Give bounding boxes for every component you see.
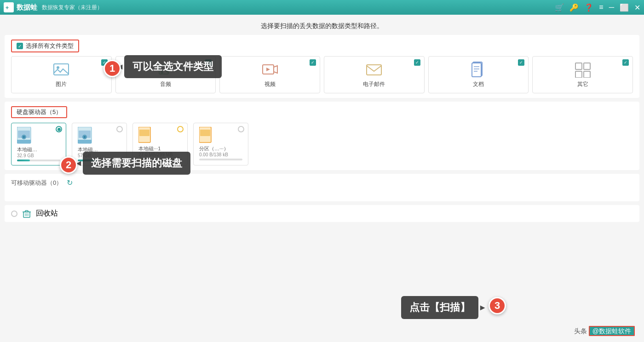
recycle-radio[interactable] — [11, 211, 17, 217]
disk1-fill — [17, 160, 30, 161]
select-all-label: 选择所有文件类型 — [26, 42, 74, 50]
disk3-name: 本地磁···1 — [138, 145, 161, 152]
svg-rect-31 — [139, 130, 150, 136]
document-icon — [470, 61, 487, 78]
other-icon — [575, 61, 591, 78]
file-types-section: ✓ 选择所有文件类型 ✓ 图片 ✓ — [5, 35, 639, 98]
watermark-prefix: 头条 — [574, 327, 587, 335]
page-header: 选择要扫描的丢失数据的数据类型和路径。 — [0, 15, 644, 35]
svg-rect-16 — [575, 63, 582, 69]
disk-radio-4[interactable] — [238, 126, 244, 132]
svg-marker-9 — [266, 68, 270, 71]
disk-item-4[interactable]: 分区（…···） 0.00 B/138 kB — [193, 123, 248, 165]
removable-label: 可移动驱动器（0） — [11, 179, 62, 187]
page-title: 选择要扫描的丢失数据的数据类型和路径。 — [261, 22, 383, 29]
file-type-image[interactable]: ✓ 图片 — [11, 56, 112, 93]
disk-item-1[interactable]: 本地磁… 32.9 GB — [11, 123, 66, 165]
email-icon — [366, 61, 382, 78]
select-all-checkbox[interactable]: ✓ — [17, 43, 23, 49]
step2-tooltip: 选择需要扫描的磁盘 — [83, 152, 190, 175]
svg-rect-19 — [584, 71, 590, 78]
removable-section: 可移动驱动器（0） ↻ — [5, 174, 639, 201]
step3-tooltip: 点击【扫描】 — [401, 296, 478, 319]
select-all-box[interactable]: ✓ 选择所有文件类型 — [11, 40, 79, 52]
disk4-name: 分区（…···） — [199, 145, 229, 152]
close-icon[interactable]: ✕ — [634, 3, 640, 12]
email-label: 电子邮件 — [363, 80, 385, 88]
step1-badge: 1 — [104, 60, 121, 77]
step1-tooltip: 可以全选文件类型 — [124, 55, 222, 78]
step2-badge: 2 — [60, 156, 77, 174]
disk-icon-area-4 — [199, 127, 212, 143]
watermark-highlight: @数据蛙软件 — [589, 326, 635, 336]
disk-radio-3[interactable] — [177, 126, 184, 132]
key-icon[interactable]: 🔑 — [569, 3, 579, 12]
disk1-progress — [17, 160, 60, 161]
file-type-other[interactable]: ✓ 其它 — [532, 56, 633, 93]
window-controls: 🛒 🔑 ❓ ≡ ─ ⬜ ✕ — [555, 3, 640, 12]
svg-rect-33 — [200, 130, 210, 136]
svg-rect-17 — [584, 63, 590, 69]
svg-text:+: + — [6, 5, 9, 11]
app-logo: + 数据蛙 数据恢复专家（未注册） — [4, 2, 103, 12]
disk1-size: 32.9 GB — [17, 153, 34, 158]
image-label: 图片 — [56, 80, 67, 88]
other-label: 其它 — [577, 80, 588, 88]
title-bar: + 数据蛙 数据恢复专家（未注册） 🛒 🔑 ❓ ≡ ─ ⬜ ✕ — [0, 0, 644, 15]
video-checkbox[interactable]: ✓ — [310, 59, 316, 66]
file-types-grid: ✓ 图片 ✓ — [11, 56, 633, 93]
svg-point-2 — [57, 66, 59, 69]
disk-icon-area-1 — [17, 127, 32, 144]
disk1-name: 本地磁… — [17, 146, 37, 153]
hard-drives-label: 硬盘驱动器（5） — [11, 106, 67, 118]
svg-rect-10 — [367, 65, 381, 75]
email-checkbox[interactable]: ✓ — [414, 59, 420, 66]
svg-rect-22 — [17, 140, 31, 143]
doc-checkbox[interactable]: ✓ — [518, 59, 524, 66]
cart-icon[interactable]: 🛒 — [555, 3, 564, 12]
removable-header: 可移动驱动器（0） ↻ — [11, 178, 633, 187]
svg-point-29 — [84, 136, 86, 138]
svg-rect-27 — [78, 140, 92, 143]
file-types-header: ✓ 选择所有文件类型 — [11, 40, 633, 52]
minimize-icon[interactable]: ─ — [609, 3, 614, 11]
image-icon — [53, 61, 69, 78]
maximize-icon[interactable]: ⬜ — [620, 3, 629, 12]
svg-rect-12 — [472, 63, 481, 77]
disk-icon-area-2 — [78, 127, 92, 144]
recycle-label: 回收站 — [36, 209, 58, 218]
file-type-video[interactable]: ✓ 视频 — [219, 56, 320, 93]
disk-radio-2[interactable] — [116, 126, 123, 132]
recycle-icon — [22, 209, 31, 218]
menu-icon[interactable]: ≡ — [599, 3, 603, 11]
disk-icon-area-3 — [138, 127, 151, 143]
hard-drives-header: 硬盘驱动器（5） — [11, 106, 633, 118]
recycle-section[interactable]: 回收站 — [5, 205, 639, 222]
app-name: 数据蛙 — [17, 3, 37, 12]
svg-rect-36 — [25, 211, 28, 212]
other-checkbox[interactable]: ✓ — [622, 59, 629, 66]
logo-icon: + — [4, 2, 14, 12]
step3-badge: 3 — [489, 297, 506, 314]
svg-point-24 — [23, 136, 25, 138]
file-type-email[interactable]: ✓ 电子邮件 — [324, 56, 425, 93]
disk4-size: 0.00 B/138 kB — [199, 152, 228, 157]
file-type-document[interactable]: ✓ 文档 — [428, 56, 529, 93]
video-icon — [262, 61, 278, 78]
disk-radio-1[interactable] — [56, 126, 62, 132]
refresh-icon[interactable]: ↻ — [67, 178, 73, 187]
audio-label: 音频 — [160, 80, 171, 88]
main-content: 选择要扫描的丢失数据的数据类型和路径。 ✓ 选择所有文件类型 ✓ 图片 — [0, 15, 644, 342]
svg-rect-18 — [575, 71, 582, 78]
video-label: 视频 — [264, 80, 276, 88]
svg-rect-1 — [54, 64, 69, 75]
app-subtitle: 数据恢复专家（未注册） — [42, 4, 103, 11]
help-icon[interactable]: ❓ — [584, 3, 593, 12]
doc-label: 文档 — [473, 80, 484, 88]
watermark: 头条 @数据蛙软件 — [574, 327, 635, 336]
disk4-progress — [199, 159, 242, 160]
